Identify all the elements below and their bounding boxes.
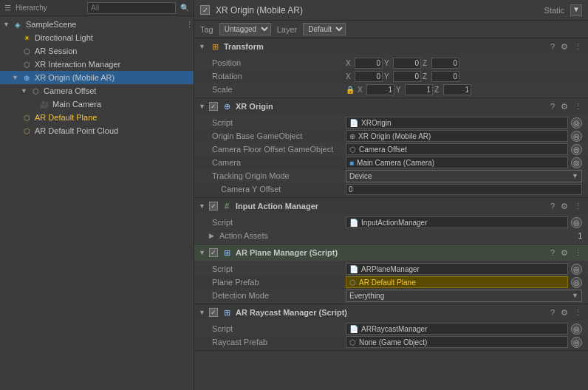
iam-menu-btn[interactable]: ⋮ [572, 202, 584, 211]
scale-z-input[interactable] [443, 84, 471, 95]
hierarchy-item-ar-default-point-cloud[interactable]: ⬡ AR Default Point Cloud [0, 124, 194, 137]
pm-checkbox[interactable]: ✓ [209, 248, 218, 257]
search-input[interactable] [87, 2, 176, 14]
input-action-manager-body: Script 📄 InputActionManager ◎ ▶ Action A… [194, 214, 588, 244]
xro-icon: ⊕ [21, 72, 33, 83]
pm-settings-btn[interactable]: ⚙ [559, 248, 570, 258]
tag-select[interactable]: Untagged [219, 23, 271, 35]
layer-select[interactable]: Default [303, 23, 346, 35]
scale-y-input[interactable] [405, 84, 433, 95]
lock-icon: 🔒 [346, 86, 355, 94]
camera-y-offset-input[interactable] [346, 184, 582, 195]
raycast-prefab-label: Raycast Prefab [209, 338, 346, 346]
tracking-mode-row: Tracking Origin Mode Device ▼ [194, 169, 588, 182]
hierarchy-panel: ☰ Hierarchy 🔍 ▼ ◈ SampleScene ⋮ ☀ Direct… [0, 0, 194, 390]
hierarchy-item-main-camera[interactable]: 🎥 Main Camera [0, 98, 194, 111]
iam-script-ref[interactable]: 📄 InputActionManager [346, 216, 568, 228]
raycast-manager-body: Script 📄 ARRaycastManager ◎ Raycast Pref… [194, 321, 588, 350]
raycast-prefab-ref[interactable]: ⬡ None (Game Object) [346, 336, 568, 348]
hierarchy-item-camera-offset[interactable]: ▼ ⬡ Camera Offset [0, 84, 194, 98]
rot-z-label: Z [423, 72, 430, 81]
xro-checkbox[interactable]: ✓ [209, 102, 218, 111]
hierarchy-item-xr-interaction[interactable]: ⬡ XR Interaction Manager [0, 58, 194, 71]
transform-menu-btn[interactable]: ⋮ [572, 42, 584, 52]
scene-label: SampleScene [26, 20, 77, 29]
co-icon: ⬡ [30, 85, 41, 97]
raycast-prefab-pick-btn[interactable]: ◎ [571, 337, 582, 348]
scale-x-input[interactable] [366, 84, 394, 95]
rm-menu-btn[interactable]: ⋮ [572, 308, 584, 318]
raycast-manager-header[interactable]: ▼ ✓ ⊞ AR Raycast Manager (Script) ? ⚙ ⋮ [194, 304, 588, 321]
iam-help-btn[interactable]: ? [549, 202, 556, 211]
static-dropdown[interactable]: ▼ [570, 4, 582, 16]
raycast-prefab-row: Raycast Prefab ⬡ None (Game Object) ◎ [194, 335, 588, 349]
action-assets-value: 1 [578, 232, 582, 240]
pm-menu-btn[interactable]: ⋮ [572, 248, 584, 258]
transform-help-btn[interactable]: ? [549, 42, 556, 51]
plane-prefab-text: AR Default Plane [359, 278, 416, 287]
camera-icon: ■ [349, 159, 354, 167]
rot-x-input[interactable] [355, 71, 383, 82]
plane-prefab-row: Plane Prefab ⬡ AR Default Plane ◎ [194, 276, 588, 289]
pm-title: AR Plane Manager (Script) [236, 248, 546, 257]
xr-origin-header[interactable]: ▼ ✓ ⊕ XR Origin ? ⚙ ⋮ [194, 98, 588, 114]
rot-y-input[interactable] [393, 71, 421, 82]
pos-x-input[interactable] [355, 58, 383, 69]
hierarchy-item-ar-session[interactable]: ⬡ AR Session [0, 44, 194, 58]
rm-script-ref[interactable]: 📄 ARRaycastManager [346, 323, 568, 335]
iam-checkbox[interactable]: ✓ [209, 202, 218, 211]
plane-manager-section: ▼ ✓ ⊞ AR Plane Manager (Script) ? ⚙ ⋮ Sc… [194, 244, 588, 304]
scene-menu[interactable]: ⋮ [185, 20, 194, 30]
pm-icon: ⊞ [221, 247, 233, 259]
xro-script-pick-btn[interactable]: ◎ [571, 117, 582, 129]
scene-icon: ◈ [12, 18, 24, 30]
xro-origin-base-ref[interactable]: ⊕ XR Origin (Mobile AR) [346, 130, 568, 142]
xro-menu-btn[interactable]: ⋮ [572, 102, 584, 112]
pos-x-label: X [346, 59, 353, 67]
pm-script-icon: 📄 [349, 265, 358, 273]
xro-camera-ref[interactable]: ■ Main Camera (Camera) [346, 157, 568, 168]
scale-y-label: Y [396, 86, 403, 94]
cam-floor-icon: ⬡ [349, 146, 356, 154]
plane-prefab-label: Plane Prefab [209, 278, 346, 287]
transform-header[interactable]: ▼ ⊞ Transform ? ⚙ ⋮ [194, 38, 588, 55]
plane-prefab-pick-btn[interactable]: ◎ [571, 277, 582, 288]
rm-help-btn[interactable]: ? [549, 308, 556, 317]
xro-comp-icon: ⊕ [221, 100, 233, 112]
xro-cam-floor-pick-btn[interactable]: ◎ [571, 144, 582, 155]
iam-script-pick-btn[interactable]: ◎ [571, 217, 582, 228]
rm-checkbox[interactable]: ✓ [209, 308, 218, 317]
rm-settings-btn[interactable]: ⚙ [559, 308, 570, 318]
transform-settings-btn[interactable]: ⚙ [559, 42, 570, 52]
xr-origin-section: ▼ ✓ ⊕ XR Origin ? ⚙ ⋮ Script 📄 XR [194, 98, 588, 198]
pm-help-btn[interactable]: ? [549, 248, 556, 257]
detection-mode-dropdown[interactable]: Everything ▼ [346, 290, 582, 302]
tracking-mode-dropdown[interactable]: Device ▼ [346, 170, 582, 182]
rot-x-label: X [346, 72, 353, 81]
pm-script-text: ARPlaneManager [361, 265, 420, 273]
hierarchy-item-directional-light[interactable]: ☀ Directional Light [0, 31, 194, 44]
iam-settings-btn[interactable]: ⚙ [559, 202, 570, 211]
hierarchy-item-xr-origin[interactable]: ▼ ⊕ XR Origin (Mobile AR) [0, 71, 194, 84]
plane-prefab-ref[interactable]: ⬡ AR Default Plane [346, 276, 568, 288]
hierarchy-menu-icon: ☰ [4, 4, 11, 12]
obj-active-checkbox[interactable]: ✓ [200, 5, 210, 15]
hierarchy-item-scene[interactable]: ▼ ◈ SampleScene ⋮ [0, 18, 194, 31]
pos-y-input[interactable] [393, 58, 421, 69]
xro-origin-base-pick-btn[interactable]: ◎ [571, 131, 582, 142]
xro-settings-btn[interactable]: ⚙ [559, 102, 570, 112]
hierarchy-item-ar-default-plane[interactable]: ⬡ AR Default Plane [0, 111, 194, 124]
rm-script-pick-btn[interactable]: ◎ [571, 324, 582, 335]
plane-manager-header[interactable]: ▼ ✓ ⊞ AR Plane Manager (Script) ? ⚙ ⋮ [194, 244, 588, 261]
xro-camera-pick-btn[interactable]: ◎ [571, 157, 582, 168]
pm-script-ref[interactable]: 📄 ARPlaneManager [346, 263, 568, 275]
xro-cam-floor-ref[interactable]: ⬡ Camera Offset [346, 143, 568, 155]
pm-script-pick-btn[interactable]: ◎ [571, 264, 582, 275]
pos-z-input[interactable] [431, 58, 459, 69]
rot-z-input[interactable] [431, 71, 459, 82]
action-assets-arrow[interactable]: ▶ [209, 232, 219, 239]
xro-label: XR Origin (Mobile AR) [35, 73, 114, 82]
xro-help-btn[interactable]: ? [549, 102, 556, 111]
xro-script-ref[interactable]: 📄 XROrigin [346, 117, 568, 129]
input-action-manager-header[interactable]: ▼ ✓ # Input Action Manager ? ⚙ ⋮ [194, 198, 588, 214]
